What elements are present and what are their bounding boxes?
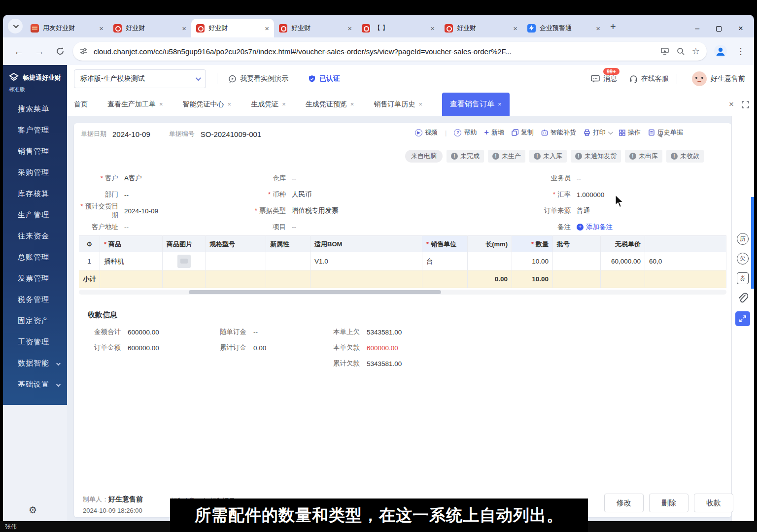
sidebar-item-ledger[interactable]: 总账管理 <box>3 246 67 267</box>
close-icon[interactable]: × <box>347 24 352 33</box>
tab-view-sales-order[interactable]: 查看销售订单× <box>442 93 510 116</box>
col-batch[interactable]: 批号 <box>553 235 601 252</box>
close-icon[interactable]: × <box>418 100 422 108</box>
window-close-button[interactable]: × <box>738 24 743 33</box>
product-image-cell[interactable] <box>163 252 206 270</box>
col-bom[interactable]: 适用BOM <box>310 235 422 252</box>
browser-tab[interactable]: 好业财 × <box>108 19 191 37</box>
coupon-icon[interactable]: 券 <box>737 272 749 284</box>
project-value[interactable]: -- <box>292 224 296 231</box>
close-icon[interactable]: × <box>228 100 232 108</box>
address-bar[interactable]: cloud.chanjet.com/cc/u58n5gup916a/po2cu2… <box>73 42 707 61</box>
add-button[interactable]: +新增 <box>484 128 504 137</box>
workspace-select[interactable]: 标准版-生产模块测试 <box>74 69 206 88</box>
close-icon[interactable]: × <box>159 100 163 108</box>
col-price[interactable]: 无税单价 <box>601 235 645 252</box>
sidebar-item-sales[interactable]: 销售管理 <box>3 140 67 162</box>
back-button[interactable]: ← <box>14 46 24 57</box>
batch-cell[interactable] <box>553 252 601 270</box>
maximize-button[interactable] <box>716 26 722 32</box>
sidebar-item-production[interactable]: 生产管理 <box>3 204 67 225</box>
attachment-paperclip-icon[interactable] <box>737 292 749 305</box>
reload-button[interactable] <box>55 46 65 56</box>
column-settings-gear-icon[interactable]: ⚙ <box>79 235 100 252</box>
close-icon[interactable]: × <box>265 24 269 33</box>
customer-value[interactable]: A客户 <box>124 174 142 183</box>
demo-link[interactable]: 我要看实例演示 <box>228 74 288 83</box>
exchange-rate-value[interactable]: 1.000000 <box>577 191 604 199</box>
unit-cell[interactable]: 台 <box>422 252 468 270</box>
verified-badge[interactable]: 已认证 <box>308 74 340 83</box>
table-row[interactable]: 1 播种机 V1.0 台 10.00 60,000.00 60,0 <box>79 252 726 270</box>
smart-replenish-button[interactable]: 智能补货 <box>541 128 576 137</box>
expand-tabs-icon[interactable] <box>742 101 749 108</box>
close-icon[interactable]: × <box>282 100 286 108</box>
col-qty[interactable]: 数量 <box>512 235 553 252</box>
fullscreen-expand-icon[interactable] <box>735 311 750 326</box>
order-source-value[interactable]: 普通 <box>577 206 590 215</box>
messages-button[interactable]: 消息 99+ <box>590 74 617 84</box>
close-icon[interactable]: × <box>596 24 600 33</box>
receive-payment-button[interactable]: 收款 <box>694 494 733 512</box>
url-text[interactable]: cloud.chanjet.com/cc/u58n5gup916a/po2cu2… <box>94 47 660 56</box>
bom-cell[interactable]: V1.0 <box>310 252 422 270</box>
col-product-image[interactable]: 商品图片 <box>163 235 206 252</box>
close-icon[interactable]: × <box>430 24 435 33</box>
browser-menu-icon[interactable]: ⋮ <box>736 46 745 57</box>
col-length[interactable]: 长(mm) <box>468 235 512 252</box>
salesperson-value[interactable]: -- <box>577 175 581 182</box>
user-avatar[interactable] <box>692 71 707 86</box>
col-unit[interactable]: 销售单位 <box>422 235 468 252</box>
price-cell[interactable]: 60,000.00 <box>601 252 645 270</box>
tab-view-production-order[interactable]: 查看生产加工单× <box>107 93 163 116</box>
delivery-date-value[interactable]: 2024-10-09 <box>124 207 158 215</box>
col-spec[interactable]: 规格型号 <box>206 235 266 252</box>
collapse-left-icon[interactable]: ◀ <box>658 132 662 138</box>
browser-tab-active[interactable]: 好业财 × <box>191 19 274 37</box>
sidebar-item-data-intelligence[interactable]: 数据智能 <box>3 352 67 373</box>
close-icon[interactable]: × <box>498 100 502 108</box>
print-button[interactable]: 打印 <box>584 128 612 137</box>
sidebar-item-customers[interactable]: 客户管理 <box>3 119 67 140</box>
browser-tab[interactable]: 【 】 × <box>357 19 440 37</box>
sidebar-item-search-menu[interactable]: 搜索菜单 <box>3 98 67 119</box>
browser-tab[interactable]: 用友好业财 × <box>26 19 108 37</box>
browser-tab[interactable]: 好业财 × <box>274 19 357 37</box>
currency-value[interactable]: 人民币 <box>292 190 312 199</box>
browser-tab[interactable]: 好业财 × <box>440 19 522 37</box>
department-value[interactable]: -- <box>124 191 129 199</box>
close-icon[interactable]: × <box>350 100 354 108</box>
sidebar-item-tax[interactable]: 税务管理 <box>3 289 67 310</box>
product-cell[interactable]: 播种机 <box>100 252 163 270</box>
arrears-icon[interactable]: 欠 <box>737 253 749 265</box>
tab-smart-voucher-center[interactable]: 智能凭证中心× <box>183 93 232 116</box>
length-cell[interactable] <box>468 252 512 270</box>
help-button[interactable]: ?帮助 <box>454 128 477 137</box>
profile-avatar-icon[interactable] <box>714 44 727 58</box>
settings-gear-icon[interactable]: ⚙ <box>29 504 37 516</box>
history-price-icon[interactable]: 历 <box>737 233 749 245</box>
tab-sales-order-history[interactable]: 销售订单历史× <box>374 93 422 116</box>
operations-button[interactable]: 操作 <box>619 128 641 137</box>
video-button[interactable]: ▶视频 <box>415 128 438 137</box>
edit-button[interactable]: 修改 <box>604 494 644 512</box>
bookmark-star-icon[interactable]: ☆ <box>692 46 700 57</box>
copy-button[interactable]: 复制 <box>512 128 534 137</box>
delete-button[interactable]: 删除 <box>649 494 688 512</box>
warehouse-value[interactable]: -- <box>292 175 296 182</box>
col-attr[interactable]: 新属性 <box>266 235 310 252</box>
horizontal-scrollbar[interactable] <box>79 290 726 295</box>
install-icon[interactable] <box>660 47 669 56</box>
sidebar-item-invoices[interactable]: 发票管理 <box>3 267 67 289</box>
sidebar-item-base-settings[interactable]: 基础设置 <box>3 373 67 395</box>
forward-button[interactable]: → <box>34 46 44 57</box>
sidebar-item-fixed-assets[interactable]: 固定资产 <box>3 310 67 331</box>
close-icon[interactable]: × <box>182 24 186 33</box>
tab-home[interactable]: 首页 <box>74 93 88 116</box>
sidebar-item-purchasing[interactable]: 采购管理 <box>3 162 67 183</box>
close-icon[interactable]: × <box>99 24 103 33</box>
browser-tab[interactable]: 企业预警通 × <box>522 19 605 37</box>
history-docs-button[interactable]: 历史单据 <box>648 128 683 137</box>
new-tab-button[interactable]: + <box>610 21 616 33</box>
support-button[interactable]: 在线客服 <box>629 74 669 84</box>
